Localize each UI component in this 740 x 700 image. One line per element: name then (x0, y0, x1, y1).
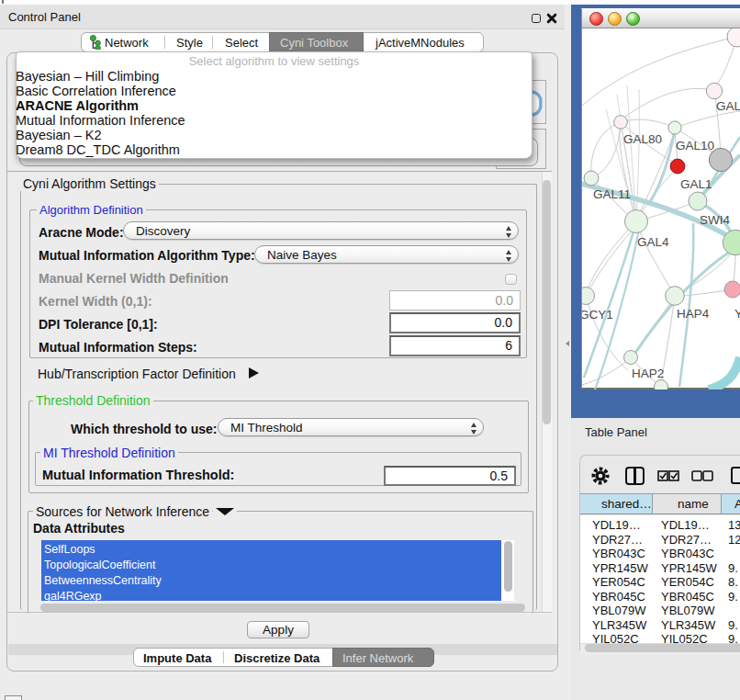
svg-text:HAP2: HAP2 (632, 367, 664, 380)
svg-text:GAL1: GAL1 (680, 177, 712, 191)
svg-text:HAP4: HAP4 (677, 307, 710, 321)
svg-text:GAL10: GAL10 (676, 139, 714, 152)
svg-text:YD: YD (734, 307, 740, 321)
svg-text:GAL: GAL (716, 99, 740, 113)
svg-text:SWI4: SWI4 (700, 213, 730, 227)
svg-text:GAL4: GAL4 (637, 235, 669, 249)
svg-text:GCY1: GCY1 (582, 308, 613, 322)
svg-text:GAL80: GAL80 (623, 132, 662, 146)
svg-text:GAL11: GAL11 (593, 187, 631, 201)
